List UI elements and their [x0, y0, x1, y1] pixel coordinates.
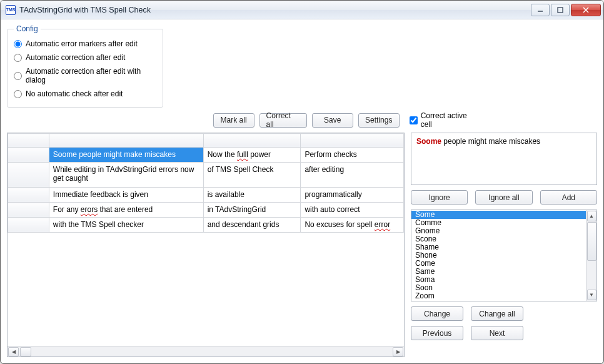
toolbar: Mark all Correct all Save Settings Corre…	[7, 111, 597, 129]
scroll-up-icon[interactable]: ▲	[587, 211, 596, 221]
change-all-button[interactable]: Change all	[471, 306, 523, 321]
scroll-thumb[interactable]	[587, 222, 596, 261]
change-button[interactable]: Change	[411, 306, 463, 321]
spell-check-panel: Soome people might make miscakes Ignore …	[411, 133, 597, 357]
client-area: Config Automatic error markers after edi…	[1, 19, 603, 363]
error-preview: Soome people might make miscakes	[411, 133, 597, 185]
correct-active-cell-checkbox[interactable]: Correct active cell	[410, 111, 480, 129]
grid-cell[interactable]: Soome people might make miscakes	[49, 148, 203, 163]
grid-col-header[interactable]	[49, 134, 203, 148]
close-button[interactable]	[571, 4, 601, 16]
suggestion-item[interactable]: Come	[411, 260, 586, 268]
horizontal-scrollbar[interactable]: ◀ ▶	[8, 346, 404, 356]
suggestions-listbox[interactable]: SomeCommeGnomeSconeShameShoneComeSameSom…	[411, 210, 597, 301]
scroll-thumb[interactable]	[20, 347, 31, 356]
grid-cell[interactable]: with the TMS Spell checker	[49, 218, 203, 233]
titlebar[interactable]: TMS TAdvStringGrid with TMS Spell Check	[1, 1, 603, 19]
suggestion-item[interactable]: Same	[411, 268, 586, 276]
grid-cell[interactable]: programmatically	[301, 188, 404, 203]
grid-row: While editing in TAdvStringGrid errors n…	[8, 163, 404, 188]
suggestion-item[interactable]: Soma	[411, 276, 586, 284]
main-area: Soome people might make miscakesNow the …	[7, 133, 597, 357]
app-window: TMS TAdvStringGrid with TMS Spell Check …	[0, 0, 604, 364]
maximize-button[interactable]	[551, 4, 570, 16]
grid-row-header[interactable]	[8, 148, 49, 163]
add-button[interactable]: Add	[540, 190, 597, 205]
scroll-right-icon[interactable]: ▶	[393, 347, 403, 356]
config-option-label: Automatic error markers after edit	[26, 39, 138, 48]
save-button[interactable]: Save	[312, 113, 353, 128]
window-controls	[531, 4, 601, 16]
grid-cell[interactable]: No excuses for spell error	[301, 218, 404, 233]
suggestion-item[interactable]: Soon	[411, 284, 586, 292]
grid-cell[interactable]: For any erors that are entered	[49, 203, 203, 218]
grid-row-header[interactable]	[8, 203, 49, 218]
error-word: Soome	[416, 137, 441, 146]
grid-cell[interactable]: Immediate feedback is given	[49, 188, 203, 203]
grid-cell[interactable]: and descendant grids	[203, 218, 301, 233]
grid-row: Immediate feedback is givenis availablep…	[8, 188, 404, 203]
config-option[interactable]: Automatic error markers after edit	[14, 37, 156, 51]
grid-cell[interactable]: is available	[203, 188, 301, 203]
vertical-scrollbar[interactable]: ▲ ▼	[586, 210, 596, 301]
error-context: people might make miscakes	[441, 137, 540, 146]
grid-header-row	[8, 134, 404, 148]
scroll-down-icon[interactable]: ▼	[587, 290, 596, 300]
grid-row: with the TMS Spell checkerand descendant…	[8, 218, 404, 233]
config-option-label: Automatic correction after edit	[26, 53, 125, 62]
ignore-button[interactable]: Ignore	[411, 190, 468, 205]
suggestion-item[interactable]: Soothe	[411, 300, 586, 301]
config-group: Config Automatic error markers after edi…	[7, 24, 163, 108]
grid-cell[interactable]: after editing	[301, 163, 404, 188]
suggestion-item[interactable]: Shame	[411, 243, 586, 251]
grid-cell[interactable]: with auto correct	[301, 203, 404, 218]
grid-col-header[interactable]	[203, 134, 301, 148]
previous-button[interactable]: Previous	[411, 326, 463, 340]
scroll-left-icon[interactable]: ◀	[8, 347, 19, 356]
mark-all-button[interactable]: Mark all	[213, 113, 254, 128]
suggestion-item[interactable]: Shone	[411, 251, 586, 260]
config-option[interactable]: Automatic correction after edit	[14, 51, 156, 64]
app-icon: TMS	[6, 5, 16, 15]
grid-row-header[interactable]	[8, 188, 49, 203]
grid-cell[interactable]: of TMS Spell Check	[203, 163, 301, 188]
svg-rect-1	[558, 8, 563, 13]
config-option[interactable]: No automatic check after edit	[14, 87, 156, 101]
settings-button[interactable]: Settings	[358, 113, 400, 128]
grid-row: Soome people might make miscakesNow the …	[8, 148, 404, 163]
grid-col-header[interactable]	[301, 134, 404, 148]
config-legend: Config	[14, 24, 41, 33]
config-option-label: No automatic check after edit	[26, 89, 123, 98]
grid-row: For any erors that are enteredin TAdvStr…	[8, 203, 404, 218]
correct-all-button[interactable]: Correct all	[259, 113, 307, 128]
grid-row-header[interactable]	[8, 218, 49, 233]
grid-row-header[interactable]	[8, 163, 49, 188]
grid-cell[interactable]: in TAdvStringGrid	[203, 203, 301, 218]
grid-corner	[8, 134, 49, 148]
config-option-label: Automatic correction after edit with dia…	[26, 67, 156, 84]
config-option[interactable]: Automatic correction after edit with dia…	[14, 64, 156, 87]
ignore-all-button[interactable]: Ignore all	[475, 190, 532, 205]
correct-active-cell-label: Correct active cell	[421, 111, 480, 129]
grid-cell[interactable]: Perform checks	[301, 148, 404, 163]
grid-cell[interactable]: While editing in TAdvStringGrid errors n…	[49, 163, 203, 188]
next-button[interactable]: Next	[471, 326, 523, 340]
minimize-button[interactable]	[531, 4, 550, 16]
string-grid[interactable]: Soome people might make miscakesNow the …	[7, 133, 405, 357]
window-title: TAdvStringGrid with TMS Spell Check	[19, 6, 531, 14]
grid-cell[interactable]: Now the fulll power	[203, 148, 301, 163]
suggestion-item[interactable]: Gnome	[411, 227, 586, 235]
